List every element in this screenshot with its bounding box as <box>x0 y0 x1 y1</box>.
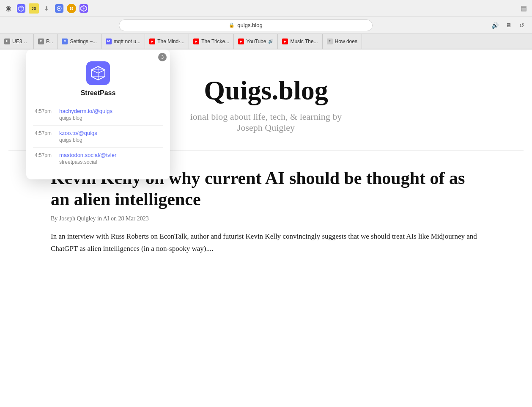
tab-music-label: Music The... <box>290 38 318 44</box>
lock-icon: 🔒 <box>229 22 235 28</box>
popup-time-1: 4:57pm <box>35 108 53 114</box>
address-bar: 🔒 quigs.blog 🔊 🖥 ↺ <box>0 17 532 34</box>
streetpass-popup: 3 StreetPass <box>26 50 170 179</box>
tab-p-label: P... <box>46 38 53 44</box>
tab-ue-favicon: U <box>4 38 10 44</box>
screen-icon[interactable]: 🖥 <box>503 20 513 30</box>
tab-p-favicon: P <box>38 38 44 44</box>
ext-cube2-icon[interactable] <box>79 3 89 14</box>
popup-info-2: kzoo.to/@quigs quigs.blog <box>59 130 97 143</box>
popup-time-3: 4:57pm <box>35 152 53 158</box>
popup-link-1[interactable]: hachyderm.io/@quigs <box>59 108 112 114</box>
tab-mqtt-label: mqtt not u... <box>114 38 140 44</box>
tab-trickle-label: The Tricke... <box>201 38 229 44</box>
ext-js-icon[interactable]: JS <box>29 3 39 14</box>
ext-circle-icon[interactable]: ◉ <box>3 3 14 14</box>
tab-ue-label: UE332C -... <box>12 38 29 44</box>
ext-download-icon[interactable]: ⬇ <box>41 3 52 14</box>
main-content: Quigs.blog ional blog about life, tech, … <box>0 50 532 407</box>
popup-item: 4:57pm mastodon.social/@tvler streetpass… <box>33 148 163 169</box>
tabs-bar: U UE332C -... P P... ⚙ Settings –... M m… <box>0 34 532 49</box>
popup-domain-2: quigs.blog <box>59 137 97 143</box>
tab-mind-label: The Mind-... <box>157 38 184 44</box>
tab-ue332c[interactable]: U UE332C -... <box>0 34 34 49</box>
browser-chrome: ◉ JS ⬇ G ▤ <box>0 0 532 50</box>
tab-settings-label: Settings –... <box>70 38 96 44</box>
tab-p[interactable]: P P... <box>34 34 58 49</box>
streetpass-icon <box>86 61 110 85</box>
reader-mode-icon[interactable]: ▤ <box>518 3 529 14</box>
tab-mqtt[interactable]: M mqtt not u... <box>101 34 145 49</box>
popup-title: StreetPass <box>81 89 116 97</box>
popup-list: 4:57pm hachyderm.io/@quigs quigs.blog 4:… <box>26 104 170 179</box>
svg-point-3 <box>58 8 60 9</box>
popup-domain-3: streetpass.social <box>59 159 116 165</box>
tab-youtube-favicon <box>238 38 244 44</box>
address-right-icons: 🔊 🖥 ↺ <box>490 20 527 30</box>
tab-mind-favicon <box>149 38 155 44</box>
popup-info-3: mastodon.social/@tvler streetpass.social <box>59 152 116 165</box>
tab-settings[interactable]: ⚙ Settings –... <box>58 34 101 49</box>
ext-radar-icon[interactable] <box>54 3 64 14</box>
tab-music-favicon <box>282 38 288 44</box>
popup-badge: 3 <box>158 53 167 61</box>
article-excerpt: In an interview with Russ Roberts on Eco… <box>51 231 481 255</box>
tab-howdoes[interactable]: ? How does <box>323 34 362 49</box>
tab-youtube-audio-icon: 🔊 <box>268 39 273 44</box>
extension-bar: ◉ JS ⬇ G ▤ <box>0 0 532 17</box>
popup-item: 4:57pm hachyderm.io/@quigs quigs.blog <box>33 104 163 126</box>
popup-link-3[interactable]: mastodon.social/@tvler <box>59 152 116 158</box>
popup-link-2[interactable]: kzoo.to/@quigs <box>59 130 97 136</box>
popup-item: 4:57pm kzoo.to/@quigs quigs.blog <box>33 126 163 148</box>
address-input[interactable]: 🔒 quigs.blog <box>119 19 373 31</box>
tab-howdoes-label: How does <box>335 38 357 44</box>
popup-domain-1: quigs.blog <box>59 115 112 121</box>
tab-settings-favicon: ⚙ <box>62 38 68 44</box>
tab-youtube-label: YouTube <box>246 38 266 44</box>
ext-cube-icon[interactable] <box>16 3 26 14</box>
popup-header: StreetPass <box>26 50 170 104</box>
address-text: quigs.blog <box>237 22 262 28</box>
tab-trickle[interactable]: The Tricke... <box>189 34 234 49</box>
tab-mqtt-favicon: M <box>106 38 112 44</box>
audio-icon[interactable]: 🔊 <box>490 20 500 30</box>
popup-time-2: 4:57pm <box>35 130 53 136</box>
ext-g-icon[interactable]: G <box>67 4 76 13</box>
article-meta: By Joseph Quigley in AI on 28 Mar 2023 <box>51 215 481 222</box>
tab-youtube[interactable]: YouTube 🔊 <box>234 34 278 49</box>
tab-trickle-favicon <box>193 38 199 44</box>
tab-howdoes-favicon: ? <box>327 38 333 44</box>
tab-music[interactable]: Music The... <box>278 34 322 49</box>
tab-mind[interactable]: The Mind-... <box>145 34 189 49</box>
popup-info-1: hachyderm.io/@quigs quigs.blog <box>59 108 112 121</box>
refresh-icon[interactable]: ↺ <box>517 20 527 30</box>
